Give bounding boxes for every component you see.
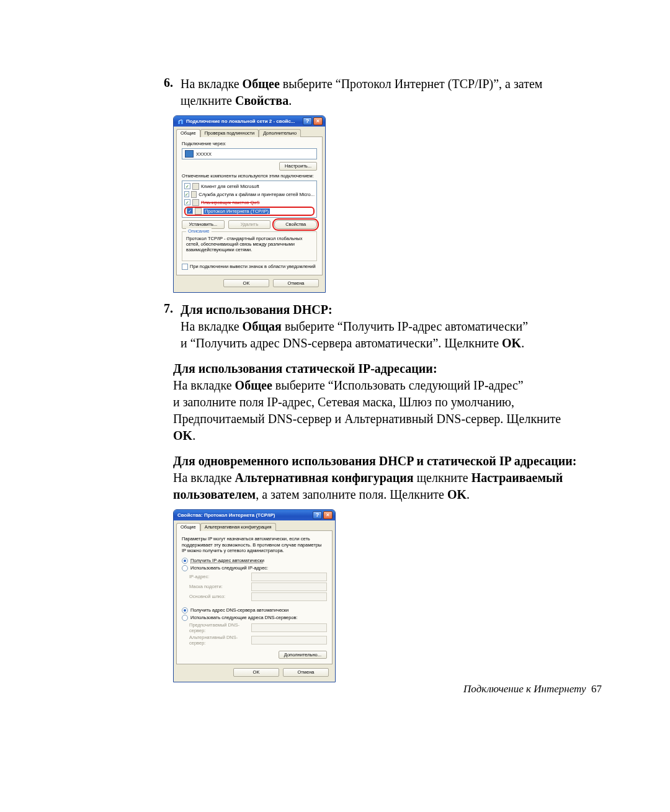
checkbox-icon[interactable]: ✓ — [187, 208, 193, 214]
remove-button[interactable]: Удалить — [228, 220, 271, 229]
component-icon — [192, 199, 199, 206]
ip-address-row: IP-адрес: — [189, 573, 327, 581]
components-listbox[interactable]: ✓ Клиент для сетей Microsoft ✓ Служба до… — [182, 181, 317, 218]
checkbox-icon[interactable] — [182, 264, 188, 270]
component-label: Клиент для сетей Microsoft — [201, 184, 259, 189]
text: щелкните — [181, 94, 235, 107]
text-bold: Общее — [235, 378, 272, 392]
adapter-field: XXXXX — [182, 148, 317, 159]
dialog-title: Подключение по локальной сети 2 - свойс.… — [186, 117, 302, 126]
tab-auth[interactable]: Проверка подлинности — [200, 129, 259, 137]
dns1-row: Предпочитаемый DNS-сервер: — [189, 622, 327, 633]
radio-label: Использовать следующий IP-адрес: — [190, 565, 268, 571]
checkbox-icon[interactable]: ✓ — [184, 191, 189, 197]
show-icon-checkbox[interactable]: При подключении вывести значок в области… — [182, 264, 317, 270]
ip-address-label: IP-адрес: — [189, 574, 251, 579]
close-button[interactable]: × — [323, 511, 333, 519]
radio-icon[interactable] — [182, 558, 188, 564]
text-bold: пользователем — [173, 488, 256, 501]
radio-icon[interactable] — [182, 565, 188, 571]
tcpip-properties-dialog: Свойства: Протокол Интернета (TCP/IP) ? … — [173, 509, 336, 682]
cancel-button[interactable]: Отмена — [273, 279, 319, 288]
radio-label: Получить адрес DNS-сервера автоматически — [190, 607, 288, 613]
heading-static: Для использования статической IP-адресац… — [173, 362, 437, 375]
text: На вкладке — [181, 319, 243, 333]
step-6-text: На вкладке Общее выберите “Протокол Инте… — [181, 76, 602, 109]
radio-icon[interactable] — [182, 607, 188, 613]
text: На вкладке — [173, 378, 235, 392]
gateway-input[interactable] — [251, 592, 327, 601]
text: Предпочитаемый DNS-сервер и Альтернативн… — [173, 412, 561, 426]
checkbox-icon[interactable]: ✓ — [184, 199, 190, 205]
text: На вкладке — [173, 471, 235, 484]
radio-icon[interactable] — [182, 615, 188, 621]
dialog-title: Свойства: Протокол Интернета (TCP/IP) — [177, 511, 311, 520]
dns1-label: Предпочитаемый DNS-сервер: — [189, 622, 251, 633]
page-number: 67 — [591, 683, 602, 695]
checkbox-icon[interactable]: ✓ — [184, 183, 190, 189]
text-bold: Общее — [243, 77, 280, 91]
step-7-text: Для использования DHCP: На вкладке Общая… — [181, 301, 602, 352]
radio-dns-manual[interactable]: Использовать следующие адреса DNS-сервер… — [182, 615, 327, 621]
tab-general[interactable]: Общие — [176, 523, 200, 531]
description-text: Протокол TCP/IP - стандартный протокол г… — [186, 236, 313, 253]
list-item[interactable]: ✓ Клиент для сетей Microsoft — [184, 182, 315, 190]
advanced-button[interactable]: Дополнительно... — [279, 651, 327, 659]
radio-ip-manual[interactable]: Использовать следующий IP-адрес: — [182, 565, 327, 571]
component-label: Протокол Интернета (TCP/IP) — [203, 208, 270, 214]
text-bold: Общая — [243, 319, 282, 333]
tabs: Общие Проверка подлинности Дополнительно — [176, 129, 323, 137]
text: . — [467, 488, 470, 501]
description-legend: Описание — [186, 228, 212, 234]
text: щелкните — [414, 471, 471, 484]
ip-address-input[interactable] — [251, 573, 327, 581]
list-item[interactable]: ✓ Планировщик пакетов QoS — [184, 199, 315, 207]
radio-dns-auto[interactable]: Получить адрес DNS-сервера автоматически — [182, 607, 327, 613]
titlebar[interactable]: Подключение по локальной сети 2 - свойс.… — [174, 116, 325, 127]
text: выберите “Получить IP-адрес автоматическ… — [282, 319, 528, 333]
text-bold: Настраиваемый — [471, 471, 563, 484]
text: и “Получить адрес DNS-сервера автоматиче… — [181, 336, 502, 350]
step-6-number: 6. — [152, 76, 181, 90]
component-icon — [191, 191, 197, 198]
text: . — [192, 429, 195, 442]
ok-button[interactable]: OK — [233, 668, 279, 677]
list-item-selected[interactable]: ✓ Протокол Интернета (TCP/IP) — [184, 207, 315, 216]
dns1-input[interactable] — [251, 623, 327, 632]
cancel-button[interactable]: Отмена — [283, 668, 329, 677]
tab-altconfig[interactable]: Альтернативная конфигурация — [200, 523, 276, 531]
gateway-label: Основной шлюз: — [189, 594, 251, 599]
help-button[interactable]: ? — [303, 117, 312, 125]
dns2-input[interactable] — [251, 636, 327, 645]
heading-both: Для одновременного использования DHCP и … — [173, 454, 576, 468]
svg-rect-1 — [181, 120, 183, 124]
text-bold: OK — [447, 488, 467, 501]
step-7-number: 7. — [152, 301, 181, 316]
adapter-icon — [185, 150, 194, 158]
properties-button[interactable]: Свойства — [274, 220, 317, 229]
both-paragraph: Для одновременного использования DHCP и … — [173, 453, 602, 503]
text: На вкладке — [181, 77, 243, 91]
text: и заполните поля IP-адрес, Сетевая маска… — [173, 395, 514, 409]
ok-button[interactable]: OK — [223, 279, 269, 288]
text-bold: OK — [173, 429, 192, 442]
configure-button[interactable]: Настроить... — [279, 162, 317, 171]
radio-ip-auto[interactable]: Получить IP-адрес автоматически — [182, 558, 327, 564]
dns2-label: Альтернативный DNS-сервер: — [189, 635, 251, 646]
component-label: Планировщик пакетов QoS — [201, 200, 259, 205]
svg-rect-0 — [178, 121, 180, 124]
tab-general[interactable]: Общие — [176, 129, 200, 137]
tab-advanced[interactable]: Дополнительно — [259, 129, 301, 137]
install-button[interactable]: Установить... — [182, 220, 225, 229]
help-button[interactable]: ? — [313, 511, 322, 519]
titlebar[interactable]: Свойства: Протокол Интернета (TCP/IP) ? … — [174, 510, 335, 520]
radio-label: Использовать следующие адреса DNS-сервер… — [190, 615, 298, 620]
footer-text: Подключение к Интернету — [463, 683, 586, 695]
static-ip-paragraph: Для использования статической IP-адресац… — [173, 360, 602, 444]
subnet-input[interactable] — [251, 582, 327, 591]
show-icon-label: При подключении вывести значок в области… — [190, 264, 316, 269]
list-item[interactable]: ✓ Служба доступа к файлам и принтерам се… — [184, 190, 315, 199]
connect-using-label: Подключение через: — [182, 141, 317, 146]
close-button[interactable]: × — [313, 117, 323, 125]
network-icon — [177, 118, 184, 125]
